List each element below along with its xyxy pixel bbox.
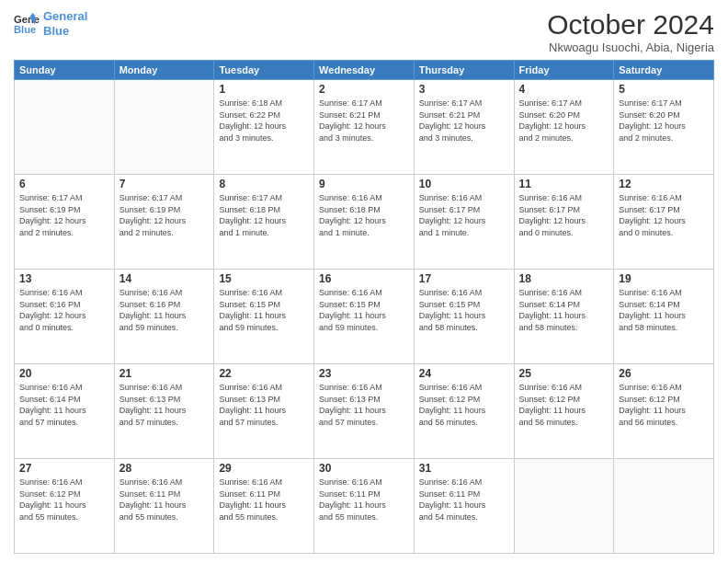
calendar-cell [514, 459, 614, 554]
day-number: 19 [619, 272, 709, 285]
day-number: 25 [519, 367, 609, 380]
day-info: Sunrise: 6:18 AM Sunset: 6:22 PM Dayligh… [219, 98, 309, 144]
calendar-cell: 7Sunrise: 6:17 AM Sunset: 6:19 PM Daylig… [114, 175, 214, 270]
calendar-cell: 8Sunrise: 6:17 AM Sunset: 6:18 PM Daylig… [214, 175, 314, 270]
weekday-header-monday: Monday [114, 61, 214, 80]
day-number: 17 [419, 272, 509, 285]
weekday-header-wednesday: Wednesday [314, 61, 415, 80]
calendar-cell: 23Sunrise: 6:16 AM Sunset: 6:13 PM Dayli… [314, 364, 415, 459]
day-number: 3 [419, 83, 509, 96]
title-section: October 2024 Nkwoagu Isuochi, Abia, Nige… [547, 9, 714, 54]
day-info: Sunrise: 6:16 AM Sunset: 6:13 PM Dayligh… [119, 382, 210, 428]
calendar-cell: 17Sunrise: 6:16 AM Sunset: 6:15 PM Dayli… [414, 270, 514, 364]
logo-blue: Blue [43, 24, 69, 38]
weekday-header-thursday: Thursday [414, 61, 514, 80]
day-info: Sunrise: 6:17 AM Sunset: 6:19 PM Dayligh… [19, 192, 109, 238]
day-number: 18 [519, 272, 609, 285]
week-row-1: 1Sunrise: 6:18 AM Sunset: 6:22 PM Daylig… [15, 80, 714, 175]
day-number: 22 [219, 367, 309, 380]
page: General Blue General Blue October 2024 N… [0, 0, 728, 563]
calendar-cell: 4Sunrise: 6:17 AM Sunset: 6:20 PM Daylig… [514, 80, 614, 175]
day-number: 11 [519, 178, 609, 190]
logo: General Blue General Blue [14, 9, 87, 38]
calendar-cell: 19Sunrise: 6:16 AM Sunset: 6:14 PM Dayli… [614, 270, 714, 364]
day-number: 6 [19, 178, 109, 190]
day-number: 12 [619, 178, 709, 190]
calendar-cell: 22Sunrise: 6:16 AM Sunset: 6:13 PM Dayli… [214, 364, 314, 459]
day-info: Sunrise: 6:16 AM Sunset: 6:11 PM Dayligh… [219, 477, 309, 523]
day-info: Sunrise: 6:16 AM Sunset: 6:12 PM Dayligh… [19, 477, 109, 523]
day-info: Sunrise: 6:17 AM Sunset: 6:20 PM Dayligh… [619, 98, 709, 144]
calendar-cell: 10Sunrise: 6:16 AM Sunset: 6:17 PM Dayli… [414, 175, 514, 270]
day-info: Sunrise: 6:16 AM Sunset: 6:12 PM Dayligh… [519, 382, 609, 428]
day-number: 27 [19, 462, 109, 475]
calendar-cell: 20Sunrise: 6:16 AM Sunset: 6:14 PM Dayli… [15, 364, 115, 459]
day-info: Sunrise: 6:16 AM Sunset: 6:17 PM Dayligh… [519, 192, 609, 238]
day-number: 21 [119, 367, 210, 380]
weekday-header-friday: Friday [514, 61, 614, 80]
day-info: Sunrise: 6:16 AM Sunset: 6:11 PM Dayligh… [319, 477, 409, 523]
calendar-cell: 25Sunrise: 6:16 AM Sunset: 6:12 PM Dayli… [514, 364, 614, 459]
calendar-cell: 27Sunrise: 6:16 AM Sunset: 6:12 PM Dayli… [15, 459, 115, 554]
svg-text:Blue: Blue [14, 24, 36, 35]
logo-general: General [43, 9, 87, 23]
calendar-cell: 28Sunrise: 6:16 AM Sunset: 6:11 PM Dayli… [114, 459, 214, 554]
calendar-cell: 1Sunrise: 6:18 AM Sunset: 6:22 PM Daylig… [214, 80, 314, 175]
day-number: 28 [119, 462, 210, 475]
weekday-header-sunday: Sunday [15, 61, 115, 80]
day-number: 5 [619, 83, 709, 96]
day-info: Sunrise: 6:16 AM Sunset: 6:14 PM Dayligh… [619, 287, 709, 333]
calendar-cell: 2Sunrise: 6:17 AM Sunset: 6:21 PM Daylig… [314, 80, 415, 175]
calendar-cell: 12Sunrise: 6:16 AM Sunset: 6:17 PM Dayli… [614, 175, 714, 270]
day-number: 14 [119, 272, 210, 285]
day-info: Sunrise: 6:16 AM Sunset: 6:11 PM Dayligh… [119, 477, 210, 523]
calendar-cell: 16Sunrise: 6:16 AM Sunset: 6:15 PM Dayli… [314, 270, 415, 364]
day-info: Sunrise: 6:16 AM Sunset: 6:13 PM Dayligh… [219, 382, 309, 428]
day-info: Sunrise: 6:16 AM Sunset: 6:13 PM Dayligh… [319, 382, 409, 428]
day-info: Sunrise: 6:16 AM Sunset: 6:17 PM Dayligh… [619, 192, 709, 238]
month-title: October 2024 [547, 9, 714, 40]
calendar-cell [15, 80, 115, 175]
day-info: Sunrise: 6:16 AM Sunset: 6:12 PM Dayligh… [619, 382, 709, 428]
day-number: 16 [319, 272, 409, 285]
day-number: 1 [219, 83, 309, 96]
logo-text: General Blue [43, 9, 87, 38]
day-info: Sunrise: 6:16 AM Sunset: 6:15 PM Dayligh… [419, 287, 509, 333]
day-number: 30 [319, 462, 409, 475]
day-info: Sunrise: 6:16 AM Sunset: 6:12 PM Dayligh… [419, 382, 509, 428]
calendar-cell: 5Sunrise: 6:17 AM Sunset: 6:20 PM Daylig… [614, 80, 714, 175]
calendar-cell: 24Sunrise: 6:16 AM Sunset: 6:12 PM Dayli… [414, 364, 514, 459]
calendar-cell: 21Sunrise: 6:16 AM Sunset: 6:13 PM Dayli… [114, 364, 214, 459]
day-number: 2 [319, 83, 409, 96]
day-number: 15 [219, 272, 309, 285]
day-info: Sunrise: 6:17 AM Sunset: 6:19 PM Dayligh… [119, 192, 210, 238]
day-info: Sunrise: 6:16 AM Sunset: 6:18 PM Dayligh… [319, 192, 409, 238]
day-info: Sunrise: 6:16 AM Sunset: 6:14 PM Dayligh… [19, 382, 109, 428]
logo-icon: General Blue [14, 11, 40, 37]
calendar-cell: 14Sunrise: 6:16 AM Sunset: 6:16 PM Dayli… [114, 270, 214, 364]
calendar-cell: 9Sunrise: 6:16 AM Sunset: 6:18 PM Daylig… [314, 175, 415, 270]
day-number: 8 [219, 178, 309, 190]
calendar-cell: 18Sunrise: 6:16 AM Sunset: 6:14 PM Dayli… [514, 270, 614, 364]
calendar-cell: 29Sunrise: 6:16 AM Sunset: 6:11 PM Dayli… [214, 459, 314, 554]
weekday-header-row: SundayMondayTuesdayWednesdayThursdayFrid… [15, 61, 714, 80]
day-number: 23 [319, 367, 409, 380]
day-number: 29 [219, 462, 309, 475]
weekday-header-tuesday: Tuesday [214, 61, 314, 80]
week-row-2: 6Sunrise: 6:17 AM Sunset: 6:19 PM Daylig… [15, 175, 714, 270]
calendar-cell: 31Sunrise: 6:16 AM Sunset: 6:11 PM Dayli… [414, 459, 514, 554]
calendar-cell [114, 80, 214, 175]
calendar-cell: 3Sunrise: 6:17 AM Sunset: 6:21 PM Daylig… [414, 80, 514, 175]
calendar-cell: 30Sunrise: 6:16 AM Sunset: 6:11 PM Dayli… [314, 459, 415, 554]
day-number: 9 [319, 178, 409, 190]
calendar-cell: 6Sunrise: 6:17 AM Sunset: 6:19 PM Daylig… [15, 175, 115, 270]
week-row-5: 27Sunrise: 6:16 AM Sunset: 6:12 PM Dayli… [15, 459, 714, 554]
day-number: 13 [19, 272, 109, 285]
calendar-cell: 15Sunrise: 6:16 AM Sunset: 6:15 PM Dayli… [214, 270, 314, 364]
day-info: Sunrise: 6:16 AM Sunset: 6:16 PM Dayligh… [19, 287, 109, 333]
day-info: Sunrise: 6:16 AM Sunset: 6:15 PM Dayligh… [219, 287, 309, 333]
day-number: 24 [419, 367, 509, 380]
header: General Blue General Blue October 2024 N… [14, 9, 714, 54]
day-info: Sunrise: 6:16 AM Sunset: 6:16 PM Dayligh… [119, 287, 210, 333]
day-info: Sunrise: 6:17 AM Sunset: 6:21 PM Dayligh… [319, 98, 409, 144]
